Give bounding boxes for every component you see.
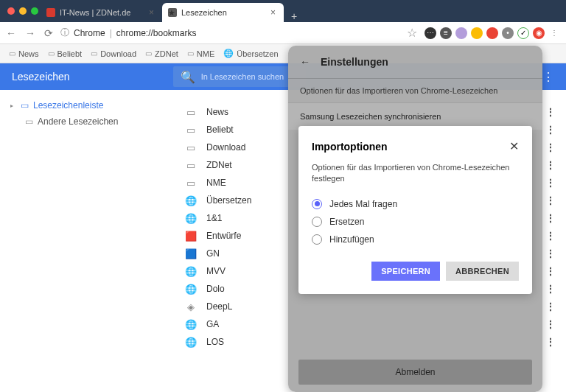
maximize-window[interactable] — [31, 7, 38, 15]
minimize-window[interactable] — [19, 7, 27, 15]
folder-icon: ▭ — [184, 178, 198, 188]
tree-other[interactable]: ▭ Andere Lesezeichen — [24, 113, 162, 130]
folder-name: MVV — [206, 266, 226, 276]
back-icon[interactable]: ← — [300, 56, 310, 68]
bm-download[interactable]: ▭Download — [88, 48, 139, 60]
more-icon[interactable]: ⋮ — [545, 212, 556, 224]
bm-zdnet[interactable]: ▭ZDNet — [142, 48, 181, 60]
folder-name: News — [206, 107, 228, 117]
tree-label: Lesezeichenleiste — [33, 100, 103, 111]
more-icon[interactable]: ⋮ — [545, 230, 556, 242]
bm-beliebt[interactable]: ▭Beliebt — [45, 48, 85, 60]
globe-icon: 🌐 — [223, 49, 234, 58]
folder-name: LOS — [206, 337, 224, 347]
extensions: ⋯ ≡ • ✓ ◉ ⋮ — [424, 27, 560, 39]
diamond-icon: ◈ — [184, 301, 198, 312]
back-button[interactable]: ← — [6, 27, 16, 39]
ext-icon[interactable]: ≡ — [440, 27, 452, 39]
tab-title: Lesezeichen — [181, 8, 227, 17]
red-icon: 🟥 — [184, 231, 198, 241]
folder-name: Übersetzen — [206, 195, 251, 206]
radio-replace[interactable]: Ersetzen — [312, 213, 519, 231]
ext-icon[interactable] — [471, 27, 483, 39]
chevron-icon: ▸ — [10, 102, 16, 109]
folder-name: GA — [206, 319, 219, 329]
folder-name: Beliebt — [206, 125, 234, 135]
menu-icon[interactable]: ⋮ — [548, 27, 560, 39]
more-icon[interactable]: ⋮ — [545, 195, 556, 206]
globe-icon: 🌐 — [184, 319, 198, 329]
more-icon[interactable]: ⋮ — [545, 106, 556, 118]
more-icon[interactable]: ⋮ — [545, 265, 556, 277]
close-icon[interactable]: × — [270, 7, 278, 18]
tab-zdnet[interactable]: IT-News | ZDNet.de × — [41, 3, 162, 22]
settings-panel: ← Einstellungen Optionen für das Importi… — [288, 46, 542, 392]
reload-button[interactable]: ⟳ — [44, 27, 53, 39]
save-button[interactable]: SPEICHERN — [371, 262, 440, 281]
more-icon[interactable]: ⋮ — [545, 141, 556, 153]
ext-icon[interactable] — [486, 27, 498, 39]
info-icon: ⓘ — [60, 27, 69, 39]
new-tab-button[interactable]: + — [284, 10, 304, 22]
radio-add[interactable]: Hinzufügen — [312, 231, 519, 248]
forward-button[interactable]: → — [25, 27, 35, 39]
more-icon[interactable]: ⋮ — [545, 159, 556, 171]
blue-icon: 🟦 — [184, 248, 198, 259]
folder-name: DeepL — [206, 301, 232, 312]
tab-bar: IT-News | ZDNet.de × ★ Lesezeichen × + — [0, 0, 566, 22]
header-more-button[interactable]: ⋮ — [542, 70, 554, 84]
sidebar: ▸ ▭ Lesezeichenleiste ▭ Andere Lesezeich… — [0, 90, 171, 392]
search-input[interactable] — [201, 72, 298, 81]
folder-icon: ▭ — [184, 107, 198, 117]
folder-name: 1&1 — [206, 213, 222, 223]
folder-name: GN — [206, 248, 220, 259]
tab-title: IT-News | ZDNet.de — [60, 8, 130, 17]
more-icon[interactable]: ⋮ — [545, 283, 556, 295]
globe-icon: 🌐 — [184, 195, 198, 206]
more-icon[interactable]: ⋮ — [545, 318, 556, 330]
bm-uebersetzen[interactable]: 🌐Übersetzen — [220, 47, 281, 60]
globe-icon: 🌐 — [184, 337, 198, 347]
cancel-button[interactable]: ABBRECHEN — [446, 262, 519, 281]
star-icon[interactable]: ☆ — [407, 26, 417, 40]
dialog-title: Importoptionen — [312, 141, 388, 153]
settings-import-option[interactable]: Optionen für das Importieren von Chrome-… — [288, 78, 542, 102]
folder-name: ZDNet — [206, 160, 232, 170]
favicon-icon — [46, 8, 55, 17]
folder-icon: ▭ — [21, 100, 29, 111]
radio-ask[interactable]: Jedes Mal fragen — [312, 195, 519, 213]
folder-icon: ▭ — [184, 160, 198, 170]
more-icon[interactable]: ⋮ — [545, 124, 556, 136]
more-icon[interactable]: ⋮ — [545, 336, 556, 348]
more-icon[interactable]: ⋮ — [545, 248, 556, 259]
more-icon[interactable]: ⋮ — [545, 301, 556, 312]
close-icon[interactable]: ✕ — [509, 139, 519, 153]
folder-icon: ▭ — [187, 49, 194, 57]
folder-name: Dolo — [206, 284, 225, 294]
profile-icon[interactable]: ◉ — [533, 27, 545, 39]
page-title: Lesezeichen — [12, 71, 70, 83]
close-icon[interactable]: × — [149, 7, 156, 18]
more-icon[interactable]: ⋮ — [545, 177, 556, 189]
logout-button[interactable]: Abmelden — [298, 360, 532, 385]
tab-bookmarks[interactable]: ★ Lesezeichen × — [162, 3, 284, 22]
folder-icon: ▭ — [184, 142, 198, 153]
settings-title: Einstellungen — [321, 56, 388, 68]
close-window[interactable] — [7, 7, 15, 15]
globe-icon: 🌐 — [184, 266, 198, 276]
bm-news[interactable]: ▭News — [6, 48, 42, 60]
ext-icon[interactable]: ✓ — [517, 27, 529, 39]
globe-icon: 🌐 — [184, 284, 198, 294]
tree-bookmarkbar[interactable]: ▸ ▭ Lesezeichenleiste — [9, 97, 162, 113]
import-dialog: Importoptionen ✕ Optionen für das Import… — [298, 126, 532, 294]
bm-nme[interactable]: ▭NME — [184, 48, 217, 60]
radio-icon — [312, 234, 322, 245]
dialog-description: Optionen für das Importieren von Chrome-… — [312, 162, 519, 185]
address-field[interactable]: ⓘ Chrome | chrome://bookmarks — [60, 27, 399, 39]
search-wrap: 🔍 — [173, 66, 306, 87]
folder-icon: ▭ — [91, 49, 97, 57]
ext-icon[interactable]: ⋯ — [424, 27, 436, 39]
folder-icon: ▭ — [25, 116, 33, 127]
ext-icon[interactable]: • — [502, 27, 514, 39]
ext-icon[interactable] — [455, 27, 467, 39]
